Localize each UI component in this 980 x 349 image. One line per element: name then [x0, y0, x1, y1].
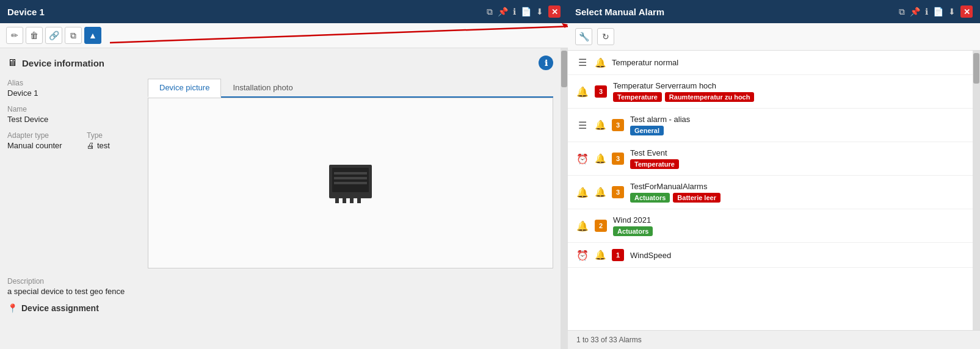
alarm-item[interactable]: ☰ 🔔 Temperatur normal [568, 51, 973, 75]
main-content-row: Alias Device 1 Name Test Device Adapter … [7, 79, 553, 268]
refresh-button[interactable]: ↻ [597, 28, 614, 45]
device-fields: Alias Device 1 Name Test Device Adapter … [7, 79, 142, 268]
alarm-info: TestForManualAlarms Actuators Batterie l… [630, 182, 964, 203]
info-icon[interactable]: ℹ [513, 7, 516, 16]
alarm-badge: 3 [612, 153, 624, 165]
clock-icon: ⏰ [576, 153, 589, 165]
right-download-icon[interactable]: ⬇ [948, 7, 956, 16]
tag-row: General [630, 126, 964, 135]
right-info-icon[interactable]: ℹ [925, 7, 928, 16]
left-header-icons: ⧉ 📌 ℹ 📄 ⬇ ✕ [487, 5, 561, 18]
location-icon: 📍 [7, 303, 18, 313]
close-button[interactable]: ✕ [548, 5, 561, 18]
alarm-item[interactable]: ☰ 🔔 3 Test alarm - alias General [568, 109, 973, 142]
device-picture-icon [323, 159, 378, 207]
left-panel: Device 1 ⧉ 📌 ℹ 📄 ⬇ ✕ ✏ 🗑 🔗 ⧉ ▲ 🖥 Device … [0, 0, 568, 349]
alarm-list-container: ☰ 🔔 Temperatur normal 🔔 3 Temperatur Ser… [568, 51, 973, 330]
alert-button[interactable]: ▲ [84, 27, 101, 44]
right-scrollbar[interactable] [973, 51, 980, 330]
download-icon[interactable]: ⬇ [536, 7, 543, 16]
left-panel-header: Device 1 ⧉ 📌 ℹ 📄 ⬇ ✕ [0, 0, 568, 23]
type-icon: 🖨 [87, 141, 95, 150]
copy-button[interactable]: ⧉ [65, 27, 82, 44]
tag: Temperature [613, 92, 662, 102]
info-circle-button[interactable]: ℹ [539, 56, 553, 70]
alarm-name: Wind 2021 [613, 215, 964, 225]
adapter-label: Adapter type [7, 131, 62, 140]
description-value: a special device to test geo fence [7, 287, 553, 296]
svg-rect-4 [335, 198, 339, 203]
adapter-col: Adapter type Manual counter [7, 131, 62, 157]
edit-button[interactable]: ✏ [6, 27, 23, 44]
right-header-icons: ⧉ 📌 ℹ 📄 ⬇ ✕ [899, 5, 973, 18]
right-panel-header: Select Manual Alarm ⧉ 📌 ℹ 📄 ⬇ ✕ [568, 0, 980, 23]
alarm-name: Temperatur normal [612, 58, 964, 67]
alarm-info: Temperatur normal [612, 58, 964, 67]
alarm-item[interactable]: ⏰ 🔔 3 Test Event Temperature [568, 142, 973, 176]
alarm-badge: 1 [612, 249, 624, 261]
tag-row: Actuators [613, 226, 964, 236]
alarm-name: Test alarm - alias [630, 115, 964, 124]
type-label: Type [87, 131, 142, 140]
tag: Batterie leer [673, 193, 720, 203]
description-label: Description [7, 277, 553, 286]
alarm-item[interactable]: ⏰ 🔔 1 WindSpeed [568, 243, 973, 268]
alarm-name: WindSpeed [630, 251, 964, 260]
right-pdf-icon[interactable]: 📄 [933, 7, 943, 16]
type-col: Type 🖨 test [87, 131, 142, 157]
right-external-icon[interactable]: ⧉ [899, 7, 905, 17]
list-icon: ☰ [576, 57, 589, 68]
alarm-item[interactable]: 🔔 🔔 3 TestForManualAlarms Actuators Batt… [568, 176, 973, 209]
bell-icon: 🔔 [595, 187, 606, 198]
bell-icon: 🔔 [576, 220, 589, 232]
alarm-badge: 3 [595, 85, 607, 98]
external-link-icon[interactable]: ⧉ [487, 7, 493, 17]
bell-icon: 🔔 [576, 86, 589, 98]
svg-rect-3 [332, 168, 369, 192]
device-assignment-label: Device assignment [21, 303, 99, 313]
list-icon: ☰ [576, 120, 589, 131]
bell-icon: 🔔 [595, 153, 606, 164]
bell-icon: 🔔 [595, 250, 606, 261]
alias-value: Device 1 [7, 88, 142, 98]
tab-installation-photo[interactable]: Installation photo [221, 79, 304, 96]
link-button[interactable]: 🔗 [45, 27, 62, 44]
alarm-item[interactable]: 🔔 2 Wind 2021 Actuators [568, 209, 973, 243]
right-content-wrapper: ☰ 🔔 Temperatur normal 🔔 3 Temperatur Ser… [568, 51, 980, 330]
alarm-info: Temperatur Serverraum hoch Temperature R… [613, 81, 964, 102]
tab-device-picture[interactable]: Device picture [148, 79, 221, 98]
right-pin-icon[interactable]: 📌 [910, 7, 920, 16]
tag: Raumtemperatur zu hoch [665, 92, 755, 102]
left-content-area: 🖥 Device information ℹ Alias Device 1 Na… [0, 48, 568, 349]
alarm-name: Temperatur Serverraum hoch [613, 81, 964, 90]
name-label: Name [7, 105, 142, 113]
adapter-type-row: Adapter type Manual counter Type 🖨 test [7, 131, 142, 157]
right-toolbar: 🔧 ↻ [568, 23, 980, 51]
svg-rect-10 [334, 182, 367, 184]
pin-icon[interactable]: 📌 [498, 7, 508, 16]
type-value: 🖨 test [87, 141, 142, 150]
tag: General [630, 126, 664, 135]
right-panel-title: Select Manual Alarm [575, 7, 664, 17]
device-info-section-header: 🖥 Device information ℹ [7, 56, 553, 70]
tab-content-area [148, 98, 553, 268]
alarm-info: WindSpeed [630, 251, 964, 260]
tag: Actuators [613, 226, 653, 236]
tag-row: Temperature Raumtemperatur zu hoch [613, 92, 964, 102]
tag: Temperature [630, 159, 679, 169]
svg-rect-8 [334, 172, 367, 174]
delete-button[interactable]: 🗑 [26, 27, 43, 44]
left-scrollbar[interactable] [561, 48, 568, 349]
right-close-button[interactable]: ✕ [960, 5, 973, 18]
alarm-name: TestForManualAlarms [630, 182, 964, 191]
description-section: Description a special device to test geo… [7, 277, 553, 296]
device-assignment-row: 📍 Device assignment [7, 303, 553, 313]
alarm-badge: 2 [595, 220, 607, 232]
alarm-name: Test Event [630, 148, 964, 157]
pdf-icon[interactable]: 📄 [521, 7, 531, 16]
wrench-button[interactable]: 🔧 [575, 28, 592, 45]
alarm-item[interactable]: 🔔 3 Temperatur Serverraum hoch Temperatu… [568, 75, 973, 109]
bell-icon: 🔔 [576, 187, 589, 198]
tabs-header: Device picture Installation photo [148, 79, 553, 98]
monitor-icon: 🖥 [7, 57, 17, 68]
